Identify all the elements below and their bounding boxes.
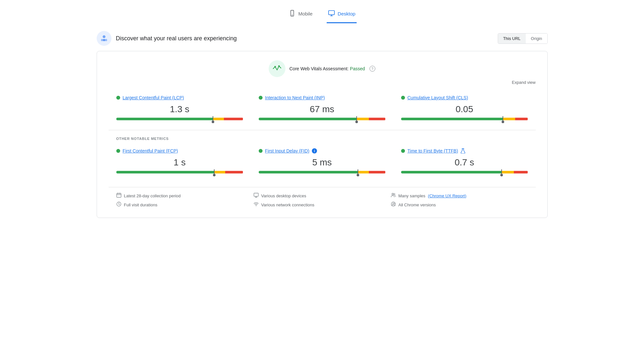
metric-fcp: First Contentful Paint (FCP) 1 s: [109, 143, 251, 181]
footer-note-collection: Latest 28-day collection period: [116, 192, 254, 199]
origin-button[interactable]: Origin: [526, 34, 547, 44]
svg-point-20: [394, 193, 395, 195]
bar-fcp-red: [225, 171, 243, 173]
metric-fid: First Input Delay (FID) i 5 ms: [251, 143, 393, 181]
ttfb-flask-icon[interactable]: [461, 148, 465, 153]
tab-bar: Mobile Desktop: [97, 6, 548, 23]
svg-point-9: [274, 66, 276, 68]
users-icon: [391, 192, 396, 199]
bar-fid-green: [259, 171, 358, 173]
metric-lcp-label[interactable]: Largest Contentful Paint (LCP): [123, 95, 184, 100]
expand-view: Expand view: [109, 80, 536, 85]
svg-point-26: [392, 203, 394, 205]
bar-cls-green: [401, 118, 503, 120]
svg-point-10: [278, 65, 280, 67]
metric-fcp-bar: [116, 171, 243, 174]
metric-ttfb-label[interactable]: Time to First Byte (TTFB): [408, 148, 458, 153]
footer-note-network: Various network connections: [254, 202, 391, 208]
footer-samples-text: Many samples: [399, 193, 426, 198]
header-avatar: [97, 31, 111, 46]
metric-inp-dot: [259, 96, 263, 100]
metric-ttfb-dot: [401, 149, 405, 153]
bar-fid-red: [369, 171, 385, 173]
footer-network-text: Various network connections: [261, 202, 314, 207]
cwv-title: Core Web Vitals Assessment: Passed: [289, 66, 365, 71]
metric-fid-dot: [259, 149, 263, 153]
svg-point-8: [103, 39, 105, 41]
expand-link[interactable]: Expand view: [512, 80, 536, 85]
tab-mobile-label: Mobile: [298, 11, 312, 16]
metric-inp-value: 67 ms: [259, 104, 386, 114]
url-toggle: This URL Origin: [498, 33, 548, 44]
bar-cls-orange: [503, 118, 515, 120]
bar-inp-red: [369, 118, 385, 120]
metric-fid-label[interactable]: First Input Delay (FID): [265, 148, 310, 153]
metric-cls-label-row: Cumulative Layout Shift (CLS): [401, 95, 528, 100]
page-wrapper: Mobile Desktop Di: [87, 0, 557, 224]
metric-ttfb-bar: [401, 171, 528, 174]
core-metrics-grid: Largest Contentful Paint (LCP) 1.3 s Int…: [109, 90, 536, 127]
calendar-icon: [116, 192, 121, 199]
metric-inp-label-row: Interaction to Next Paint (INP): [259, 95, 386, 100]
header-section: Discover what your real users are experi…: [97, 31, 548, 46]
wifi-icon: [254, 202, 259, 208]
metric-lcp-bar: [116, 118, 243, 121]
cwv-icon: [269, 60, 285, 77]
metric-ttfb-track: [401, 171, 528, 173]
bar-lcp-orange: [213, 118, 224, 120]
metric-cls-label[interactable]: Cumulative Layout Shift (CLS): [408, 95, 468, 100]
svg-rect-2: [329, 11, 334, 15]
metric-fcp-track: [116, 171, 243, 173]
marker-ttfb: [501, 169, 502, 175]
bar-cls-red: [515, 118, 528, 120]
metric-fid-label-row: First Input Delay (FID) i: [259, 148, 386, 153]
metric-inp-label[interactable]: Interaction to Next Paint (INP): [265, 95, 325, 100]
svg-point-6: [101, 39, 103, 41]
mobile-icon: [289, 10, 296, 18]
bar-ttfb-orange: [501, 171, 514, 173]
bar-ttfb-green: [401, 171, 501, 173]
fid-info-icon[interactable]: i: [312, 148, 317, 153]
bar-lcp-green: [116, 118, 213, 120]
marker-inp: [356, 116, 357, 122]
metric-lcp-label-row: Largest Contentful Paint (LCP): [116, 95, 243, 100]
footer-note-devices: Various desktop devices: [254, 192, 391, 199]
metric-fcp-label[interactable]: First Contentful Paint (FCP): [123, 148, 178, 153]
chrome-ux-link[interactable]: (Chrome UX Report): [428, 193, 466, 198]
main-card: Core Web Vitals Assessment: Passed ? Exp…: [97, 51, 548, 218]
metric-inp-bar: [259, 118, 386, 121]
footer-collection-text: Latest 28-day collection period: [124, 193, 181, 198]
marker-cls: [503, 116, 503, 122]
metric-ttfb-label-row: Time to First Byte (TTFB): [401, 148, 528, 153]
bar-fid-orange: [358, 171, 369, 173]
marker-fcp: [214, 169, 215, 175]
svg-point-7: [105, 39, 107, 41]
svg-line-23: [119, 204, 120, 205]
this-url-button[interactable]: This URL: [498, 34, 526, 44]
metric-lcp-dot: [116, 96, 120, 100]
footer-chrome-text: All Chrome versions: [399, 202, 436, 207]
svg-point-19: [392, 193, 393, 195]
section-divider: [109, 130, 536, 130]
cwv-help-icon[interactable]: ?: [370, 66, 375, 72]
metric-cls-bar: [401, 118, 528, 121]
other-metrics-grid: First Contentful Paint (FCP) 1 s First I…: [109, 143, 536, 181]
metric-cls: Cumulative Layout Shift (CLS) 0.05: [393, 90, 536, 127]
tab-mobile[interactable]: Mobile: [287, 6, 314, 23]
metric-cls-value: 0.05: [401, 104, 528, 114]
metric-lcp: Largest Contentful Paint (LCP) 1.3 s: [109, 90, 251, 127]
header-left: Discover what your real users are experi…: [97, 31, 237, 46]
metric-fcp-dot: [116, 149, 120, 153]
svg-rect-16: [254, 193, 258, 196]
footer-devices-text: Various desktop devices: [261, 193, 306, 198]
clock-icon: [116, 202, 121, 208]
svg-point-5: [102, 35, 105, 38]
metric-fid-bar: [259, 171, 386, 174]
bar-inp-orange: [356, 118, 369, 120]
bar-fcp-orange: [214, 171, 225, 173]
tab-desktop[interactable]: Desktop: [327, 6, 357, 23]
metric-fcp-value: 1 s: [116, 157, 243, 168]
cwv-header: Core Web Vitals Assessment: Passed ?: [109, 60, 536, 77]
footer-note-samples: Many samples (Chrome UX Report): [391, 192, 528, 199]
other-metrics-label: OTHER NOTABLE METRICS: [109, 137, 536, 141]
